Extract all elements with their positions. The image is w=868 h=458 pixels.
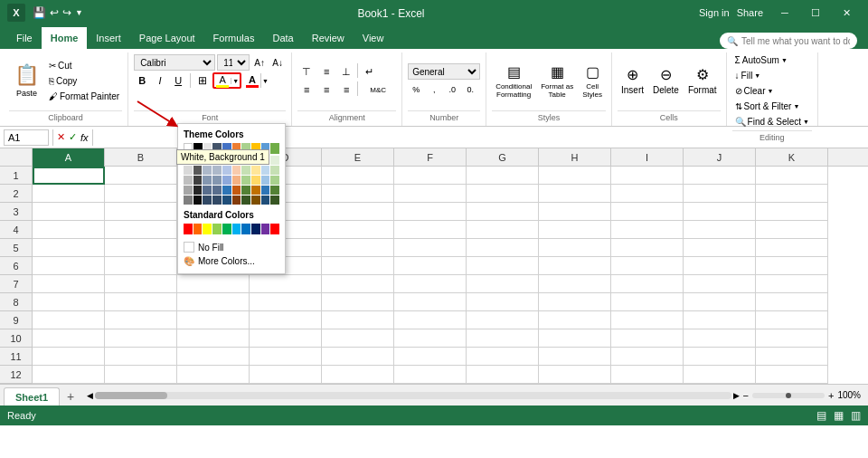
decrease-font-button[interactable]: A↓ xyxy=(269,54,286,71)
cell-e5[interactable] xyxy=(322,239,394,257)
cell-g6[interactable] xyxy=(467,257,539,275)
cell-b10[interactable] xyxy=(105,329,177,348)
format-as-table-button[interactable]: ▦ Format asTable xyxy=(537,57,577,104)
c38[interactable] xyxy=(251,166,260,175)
cell-b7[interactable] xyxy=(105,275,177,293)
cell-k2[interactable] xyxy=(756,185,828,203)
c62[interactable] xyxy=(193,196,203,205)
cell-b8[interactable] xyxy=(105,293,177,311)
cell-g4[interactable] xyxy=(467,221,539,239)
confirm-formula-button[interactable]: ✓ xyxy=(69,131,77,143)
search-input[interactable] xyxy=(741,36,850,46)
cell-b3[interactable] xyxy=(105,203,177,221)
tab-home[interactable]: Home xyxy=(42,27,88,49)
cell-a7[interactable] xyxy=(33,275,105,293)
cell-f1[interactable] xyxy=(394,167,467,185)
cell-k12[interactable] xyxy=(756,366,828,384)
cell-e6[interactable] xyxy=(322,257,394,275)
c37[interactable] xyxy=(241,166,250,175)
cell-c9[interactable] xyxy=(177,311,250,329)
cell-j3[interactable] xyxy=(684,203,756,221)
wrap-text-button[interactable]: ↵ xyxy=(360,63,378,80)
col-header-i[interactable]: I xyxy=(611,148,684,167)
cell-a2[interactable] xyxy=(33,185,105,203)
cell-d8[interactable] xyxy=(250,293,322,311)
cell-e7[interactable] xyxy=(322,275,394,293)
cell-j4[interactable] xyxy=(684,221,756,239)
c69[interactable] xyxy=(261,196,270,205)
comma-button[interactable]: , xyxy=(426,81,442,98)
col-header-h[interactable]: H xyxy=(539,148,611,167)
c48[interactable] xyxy=(251,176,260,185)
col-header-j[interactable]: J xyxy=(684,148,756,167)
cell-k7[interactable] xyxy=(756,275,828,293)
c68[interactable] xyxy=(251,196,260,205)
c56[interactable] xyxy=(232,186,241,195)
col-header-b[interactable]: B xyxy=(105,148,177,167)
cell-e1[interactable] xyxy=(322,167,394,185)
normal-view-button[interactable]: ▤ xyxy=(816,409,826,422)
cell-h6[interactable] xyxy=(539,257,611,275)
cell-g8[interactable] xyxy=(467,293,539,311)
cell-h4[interactable] xyxy=(539,221,611,239)
clear-button[interactable]: ⊘ Clear ▼ xyxy=(732,83,812,98)
bold-button[interactable]: B xyxy=(134,72,150,89)
cell-h12[interactable] xyxy=(539,366,611,384)
c51[interactable] xyxy=(184,186,193,195)
color-swatch-green2[interactable] xyxy=(270,143,279,154)
std-yellow[interactable] xyxy=(203,224,212,234)
c65[interactable] xyxy=(222,196,231,205)
cell-b2[interactable] xyxy=(105,185,177,203)
c31[interactable] xyxy=(184,166,193,175)
align-left-button[interactable]: ≡ xyxy=(297,81,316,98)
cell-e4[interactable] xyxy=(322,221,394,239)
cell-i4[interactable] xyxy=(611,221,684,239)
select-all-button[interactable] xyxy=(0,148,33,166)
font-size-select[interactable]: 11 xyxy=(217,54,250,71)
align-middle-button[interactable]: ≡ xyxy=(317,63,335,80)
cell-k5[interactable] xyxy=(756,239,828,257)
increase-font-button[interactable]: A↑ xyxy=(251,54,268,71)
cell-h3[interactable] xyxy=(539,203,611,221)
std-red2[interactable] xyxy=(270,224,279,234)
c46[interactable] xyxy=(232,176,241,185)
cell-f5[interactable] xyxy=(394,239,467,257)
sheet-tab-sheet1[interactable]: Sheet1 xyxy=(4,387,60,406)
std-purple[interactable] xyxy=(261,224,270,234)
cell-g2[interactable] xyxy=(467,185,539,203)
cell-b1[interactable] xyxy=(105,167,177,185)
row-header-3[interactable]: 3 xyxy=(0,203,33,221)
name-box[interactable] xyxy=(4,129,49,146)
cell-g7[interactable] xyxy=(467,275,539,293)
find-select-button[interactable]: 🔍 Find & Select ▼ xyxy=(732,114,812,129)
cell-d7[interactable] xyxy=(250,275,322,293)
cell-b5[interactable] xyxy=(105,239,177,257)
c410[interactable] xyxy=(270,176,279,185)
cell-j10[interactable] xyxy=(684,329,756,348)
cell-i5[interactable] xyxy=(611,239,684,257)
format-button[interactable]: ⚙ Format xyxy=(684,57,721,104)
save-icon[interactable]: 💾 xyxy=(33,6,46,19)
cell-k4[interactable] xyxy=(756,221,828,239)
cell-a10[interactable] xyxy=(33,329,105,348)
cell-a12[interactable] xyxy=(33,366,105,384)
tab-review[interactable]: Review xyxy=(303,27,354,49)
align-top-button[interactable]: ⊤ xyxy=(297,63,316,80)
cell-i1[interactable] xyxy=(611,167,684,185)
tab-page-layout[interactable]: Page Layout xyxy=(130,27,204,49)
c55[interactable] xyxy=(222,186,231,195)
cell-i8[interactable] xyxy=(611,293,684,311)
cell-f4[interactable] xyxy=(394,221,467,239)
cell-a5[interactable] xyxy=(33,239,105,257)
row-header-1[interactable]: 1 xyxy=(0,167,33,185)
fx-button[interactable]: fx xyxy=(80,132,89,143)
cell-i11[interactable] xyxy=(611,348,684,366)
cell-g10[interactable] xyxy=(467,329,539,348)
cell-e2[interactable] xyxy=(322,185,394,203)
cell-f6[interactable] xyxy=(394,257,467,275)
borders-button[interactable]: ⊞ xyxy=(194,72,211,89)
cell-k8[interactable] xyxy=(756,293,828,311)
align-center-button[interactable]: ≡ xyxy=(317,81,335,98)
cell-i7[interactable] xyxy=(611,275,684,293)
scroll-thumb[interactable] xyxy=(95,392,167,399)
